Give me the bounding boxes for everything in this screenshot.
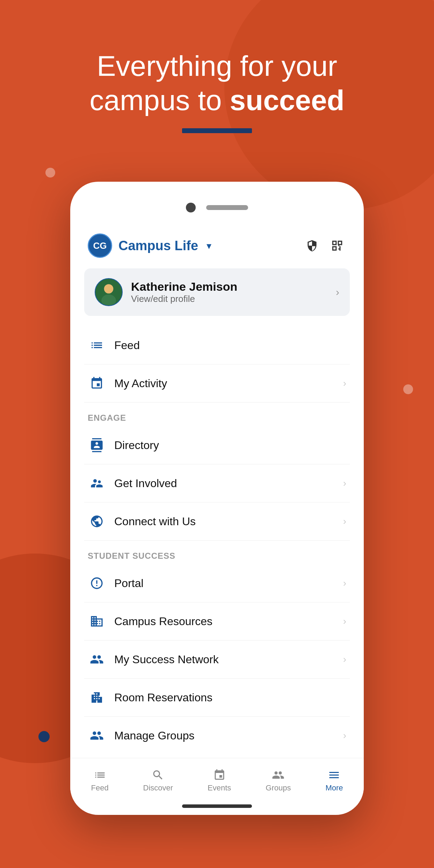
get-involved-label: Get Involved xyxy=(114,477,335,490)
phone-mockup: CG Campus Life ▾ xyxy=(70,182,364,815)
nav-item-groups[interactable]: Groups xyxy=(259,765,298,796)
menu-item-campus-resources[interactable]: Campus Resources › xyxy=(84,602,350,641)
app-title: Campus Life xyxy=(118,238,198,253)
phone-speaker xyxy=(206,205,248,210)
campus-resources-icon xyxy=(88,612,106,630)
room-reservations-icon xyxy=(88,688,106,707)
portal-icon xyxy=(88,574,106,592)
connect-with-us-icon xyxy=(88,512,106,530)
phone-camera xyxy=(186,203,196,212)
app-logo-area[interactable]: CG Campus Life ▾ xyxy=(88,233,211,258)
profile-chevron-icon: › xyxy=(336,286,339,298)
nav-events-label: Events xyxy=(208,783,231,793)
directory-icon xyxy=(88,436,106,454)
app-title-chevron-icon[interactable]: ▾ xyxy=(207,240,211,252)
directory-label: Directory xyxy=(114,439,346,452)
my-success-network-chevron-icon: › xyxy=(343,654,346,665)
header-icons xyxy=(303,237,346,255)
nav-feed-label: Feed xyxy=(91,783,108,793)
menu-item-get-involved[interactable]: Get Involved › xyxy=(84,464,350,502)
app-logo: CG xyxy=(88,233,112,258)
menu-item-my-activity[interactable]: My Activity › xyxy=(84,364,350,403)
manage-groups-chevron-icon: › xyxy=(343,730,346,741)
menu-item-directory[interactable]: Directory xyxy=(84,426,350,464)
menu-item-feed[interactable]: Feed xyxy=(84,326,350,364)
manage-groups-label: Manage Groups xyxy=(114,729,335,742)
hero-title: Everything for your campus to succeed xyxy=(0,49,434,118)
nav-item-feed[interactable]: Feed xyxy=(84,765,115,796)
svg-point-1 xyxy=(104,284,114,294)
avatar xyxy=(95,278,123,306)
shield-icon[interactable] xyxy=(303,237,321,255)
campus-resources-label: Campus Resources xyxy=(114,615,335,628)
profile-name: Katherine Jemison xyxy=(131,280,327,294)
menu-item-portal[interactable]: Portal › xyxy=(84,564,350,602)
engage-section-header: ENGAGE xyxy=(84,403,350,426)
menu-item-manage-groups[interactable]: Manage Groups › xyxy=(84,717,350,754)
bg-circle-3 xyxy=(38,731,50,742)
nav-item-more[interactable]: More xyxy=(318,765,350,796)
bottom-nav: Feed Discover Events Groups More xyxy=(70,758,364,800)
menu-item-my-success-network[interactable]: My Success Network › xyxy=(84,641,350,679)
campus-resources-chevron-icon: › xyxy=(343,616,346,627)
phone-home-bar xyxy=(182,804,252,808)
bg-circle-1 xyxy=(45,168,55,178)
profile-row[interactable]: Katherine Jemison View/edit profile › xyxy=(84,268,350,316)
hero-underline xyxy=(182,128,252,133)
my-activity-label: My Activity xyxy=(114,377,335,390)
my-success-network-icon xyxy=(88,650,106,668)
qr-code-icon[interactable] xyxy=(328,237,346,255)
profile-info: Katherine Jemison View/edit profile xyxy=(131,280,327,304)
my-activity-icon xyxy=(88,374,106,392)
manage-groups-icon xyxy=(88,726,106,745)
my-success-network-label: My Success Network xyxy=(114,653,335,666)
menu-item-connect-with-us[interactable]: Connect with Us › xyxy=(84,502,350,541)
nav-groups-label: Groups xyxy=(266,783,291,793)
menu-item-room-reservations[interactable]: Room Reservations xyxy=(84,679,350,717)
bg-circle-2 xyxy=(403,384,413,394)
svg-point-2 xyxy=(101,295,116,306)
feed-icon xyxy=(88,336,106,354)
phone-notch-area xyxy=(70,203,364,212)
nav-more-label: More xyxy=(325,783,343,793)
get-involved-icon xyxy=(88,474,106,492)
get-involved-chevron-icon: › xyxy=(343,478,346,489)
nav-item-events[interactable]: Events xyxy=(201,765,238,796)
portal-chevron-icon: › xyxy=(343,578,346,589)
app-content: CG Campus Life ▾ xyxy=(70,226,364,754)
student-success-section-header: STUDENT SUCCESS xyxy=(84,541,350,564)
nav-item-discover[interactable]: Discover xyxy=(136,765,180,796)
profile-subtitle: View/edit profile xyxy=(131,294,327,304)
portal-label: Portal xyxy=(114,577,335,590)
room-reservations-label: Room Reservations xyxy=(114,691,346,704)
connect-with-us-chevron-icon: › xyxy=(343,516,346,527)
feed-label: Feed xyxy=(114,339,346,352)
hero-section: Everything for your campus to succeed xyxy=(0,49,434,133)
phone-frame: CG Campus Life ▾ xyxy=(70,182,364,815)
my-activity-chevron-icon: › xyxy=(343,378,346,389)
connect-with-us-label: Connect with Us xyxy=(114,515,335,528)
nav-discover-label: Discover xyxy=(143,783,173,793)
app-header: CG Campus Life ▾ xyxy=(84,226,350,268)
